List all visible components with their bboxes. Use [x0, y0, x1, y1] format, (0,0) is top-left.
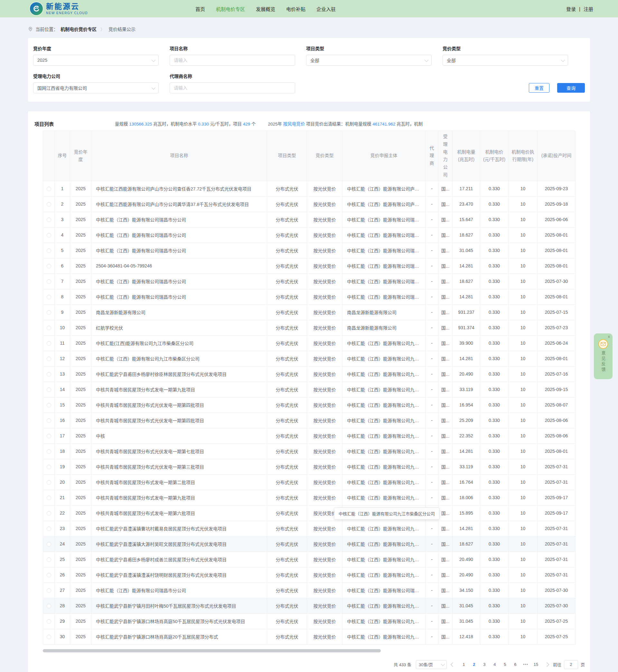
pager-page-5[interactable]: 5: [500, 660, 510, 669]
cell-seq: 9: [55, 305, 70, 320]
query-button[interactable]: 查询: [557, 83, 585, 93]
cell-energy: 16.954: [452, 397, 480, 413]
cell-project-type: 分布式光伏: [267, 320, 307, 335]
results-table: 序号竞价年度项目名称项目类型竞价类型竞价申报主体代理商受理电力公司机制电量(兆瓦…: [43, 131, 576, 645]
cell-bid-type: 按光伏竞价: [307, 227, 342, 243]
close-icon[interactable]: x: [608, 334, 610, 339]
row-radio[interactable]: [47, 264, 51, 268]
register-link[interactable]: 注册: [584, 5, 593, 12]
summary-segment-wind: 2025年 按风电竞价 项目竞价出清结果：机制电量规模 461741.962 兆…: [268, 120, 423, 127]
cell-seq: 12: [55, 351, 70, 366]
row-radio[interactable]: [47, 635, 51, 639]
table-row: 272025中核汇能（江西）能源有限公司瑞昌市分公司分布式光伏按光伏竞价中核汇能…: [43, 582, 576, 598]
row-radio[interactable]: [47, 326, 51, 330]
cell-date: 2025-07-31: [537, 567, 576, 582]
field-bid-type: 竞价类型 全部: [442, 45, 568, 66]
row-radio[interactable]: [47, 619, 51, 624]
table-row: 222025中核共青城市居民屋顶分布式发电一期第六批项目分布式光伏按光伏竞价中核…: [43, 505, 576, 521]
nav-item-mechanism-price-zone[interactable]: 机制电价专区: [216, 5, 245, 12]
cell-project-type: 分布式光伏: [267, 243, 307, 258]
prev-page-icon[interactable]: [451, 662, 455, 667]
cell-radio: [43, 335, 55, 351]
login-link[interactable]: 登录: [566, 5, 576, 12]
cell-year: 2025: [70, 413, 91, 428]
bid-year-select[interactable]: 2025: [33, 55, 159, 66]
row-radio[interactable]: [47, 542, 51, 547]
cell-year: 2025: [70, 552, 91, 567]
row-radio[interactable]: [47, 187, 51, 191]
row-radio[interactable]: [47, 218, 51, 222]
wind-bid-link[interactable]: 按风电竞价: [283, 122, 305, 126]
row-radio[interactable]: [47, 588, 51, 593]
row-radio[interactable]: [47, 604, 51, 608]
cell-energy: 23.470: [452, 196, 480, 212]
pager-page-15[interactable]: 15: [531, 660, 541, 669]
cell-year: 2025: [70, 397, 91, 413]
nav-item-home[interactable]: 首页: [195, 5, 205, 12]
next-page-icon[interactable]: [545, 662, 549, 667]
goto-page-input[interactable]: [564, 660, 578, 669]
chevron-down-icon: [425, 58, 429, 62]
power-company-select[interactable]: 国网江西省电力有限公司: [33, 82, 159, 93]
logo-icon: [30, 2, 43, 15]
agent-name-input[interactable]: [174, 83, 291, 93]
cell-year: 2025: [70, 382, 91, 397]
filter-panel: 竞价年度 2025 项目名称 项目类型 全部 竞价类型 全部: [28, 38, 590, 102]
row-radio[interactable]: [47, 480, 51, 485]
feedback-widget[interactable]: x 意见反馈: [594, 333, 613, 379]
row-radio[interactable]: [47, 279, 51, 284]
cell-agent: -: [425, 212, 438, 227]
table-row: 132025中核汇能武宁县甫田乡杨廖村徐臣林居民屋顶分布式光伏发电项目分布式光伏…: [43, 366, 576, 382]
page-size-select[interactable]: 30条/页: [416, 660, 447, 669]
row-radio[interactable]: [47, 357, 51, 361]
cell-year: 2025: [70, 613, 91, 629]
cell-agent: -: [425, 320, 438, 335]
pager-page-4[interactable]: 4: [490, 660, 500, 669]
row-radio[interactable]: [47, 295, 51, 299]
cell-year: 2025: [70, 366, 91, 382]
row-radio[interactable]: [47, 449, 51, 454]
row-radio[interactable]: [47, 341, 51, 346]
row-radio[interactable]: [47, 310, 51, 315]
envelope-icon: [598, 339, 608, 349]
pager-page-2[interactable]: 2: [469, 660, 479, 669]
row-radio[interactable]: [47, 387, 51, 392]
project-type-select[interactable]: 全部: [306, 55, 432, 66]
nav-item-development-overview[interactable]: 发展概览: [256, 5, 275, 12]
pager-page-6[interactable]: 6: [511, 660, 520, 669]
nav-item-enterprise-entry[interactable]: 企业入驻: [316, 5, 336, 12]
cell-radio: [43, 598, 55, 613]
row-radio[interactable]: [47, 418, 51, 423]
row-radio[interactable]: [47, 527, 51, 531]
row-radio[interactable]: [47, 434, 51, 438]
row-radio[interactable]: [47, 495, 51, 500]
row-radio[interactable]: [47, 403, 51, 408]
cell-radio: [43, 258, 55, 273]
cell-project-type: 分布式光伏: [267, 413, 307, 428]
pager-page-1[interactable]: 1: [459, 660, 469, 669]
cell-project-type: 分布式光伏: [267, 629, 307, 644]
cell-year: 2025: [70, 258, 91, 273]
cell-radio: [43, 459, 55, 474]
row-radio[interactable]: [47, 372, 51, 376]
reset-button[interactable]: 重置: [529, 83, 549, 93]
cell-term: 10: [509, 521, 537, 536]
row-radio[interactable]: [47, 465, 51, 469]
row-radio[interactable]: [47, 202, 51, 207]
nav-item-price-subsidy[interactable]: 电价补贴: [286, 5, 305, 12]
row-radio[interactable]: [47, 511, 51, 516]
cell-seq: 30: [55, 629, 70, 644]
cell-year: 2025: [70, 243, 91, 258]
pager-page-3[interactable]: 3: [480, 660, 489, 669]
row-radio[interactable]: [47, 248, 51, 253]
horizontal-scrollbar[interactable]: [43, 649, 381, 652]
bid-type-select[interactable]: 全部: [442, 55, 568, 66]
row-radio[interactable]: [47, 573, 51, 577]
cell-date: 2025-06-24: [537, 335, 576, 351]
table-row: 162025中核共青城市居民屋顶分布式光伏发电一期第四批项目分布式光伏按光伏竞价…: [43, 413, 576, 428]
row-radio[interactable]: [47, 557, 51, 562]
row-radio[interactable]: [47, 233, 51, 237]
logo[interactable]: 新能源云 NEW ENERGY CLOUD: [30, 2, 88, 15]
breadcrumb-section[interactable]: 机制电价竞价专区: [61, 26, 97, 32]
project-name-input[interactable]: [174, 55, 291, 65]
